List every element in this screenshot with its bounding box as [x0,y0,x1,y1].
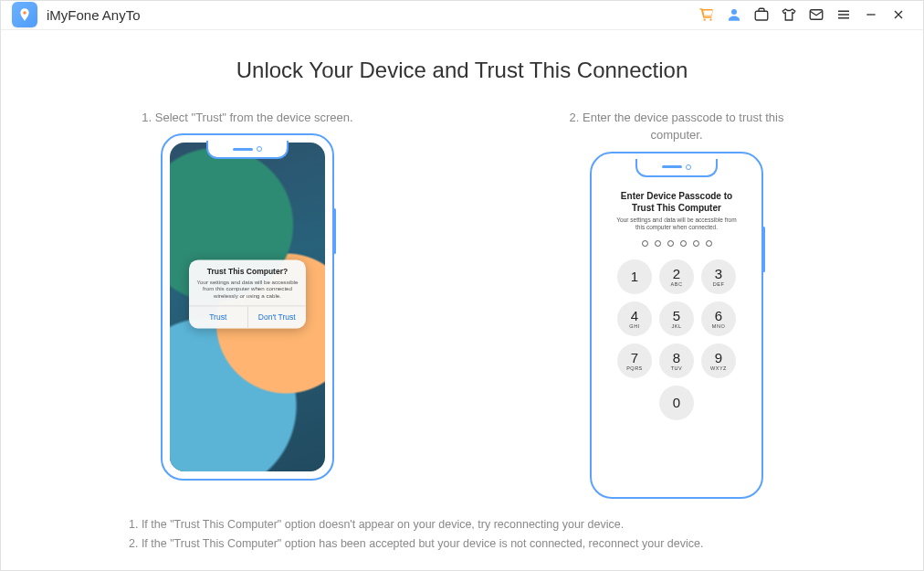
key-8[interactable]: 8TUV [659,344,694,378]
titlebar: iMyFone AnyTo [1,1,923,30]
trust-dialog: Trust This Computer? Your settings and d… [189,259,306,328]
mail-button[interactable] [803,1,830,28]
app-title: iMyFone AnyTo [47,7,141,23]
menu-button[interactable] [830,1,857,28]
steps-row: 1. Select "Trust" from the device screen… [37,109,887,499]
phone-trust: Trust This Computer? Your settings and d… [161,133,334,481]
dont-trust-button[interactable]: Don't Trust [247,306,307,328]
key-1[interactable]: 1 [617,259,652,294]
key-5[interactable]: 5JKL [659,301,694,336]
shirt-button[interactable] [775,1,803,28]
keypad: 1 2ABC 3DEF 4GHI 5JKL 6MNO 7PQRS 8TUV 9W… [617,259,736,420]
phone-screen: Trust This Computer? Your settings and d… [170,143,325,471]
step-1: 1. Select "Trust" from the device screen… [110,109,384,499]
key-9[interactable]: 9WXYZ [701,344,736,378]
passcode-dots [642,240,712,247]
passcode-subtitle: Your settings and data will be accessibl… [613,217,740,231]
note-1: 1. If the "Trust This Computer" option d… [129,515,795,534]
step-1-caption: 1. Select "Trust" from the device screen… [142,109,352,127]
step-2: 2. Enter the device passcode to trust th… [540,109,814,499]
svg-point-0 [23,12,26,15]
phone-notch-icon [206,141,289,159]
minimize-button[interactable] [857,1,885,28]
phone-passcode: Enter Device Passcode to Trust This Comp… [590,152,763,499]
svg-point-1 [731,9,737,15]
app-logo [12,2,37,27]
key-2[interactable]: 2ABC [659,259,694,294]
content-area: Unlock Your Device and Trust This Connec… [1,30,923,571]
key-7[interactable]: 7PQRS [617,344,652,378]
cart-button[interactable] [693,1,720,28]
step-2-caption: 2. Enter the device passcode to trust th… [558,109,795,144]
page-title: Unlock Your Device and Trust This Connec… [37,58,887,83]
trust-dialog-body: Your settings and data will be accessibl… [194,279,300,300]
close-button[interactable] [885,1,912,28]
key-6[interactable]: 6MNO [701,301,736,336]
key-4[interactable]: 4GHI [617,301,652,336]
passcode-screen: Enter Device Passcode to Trust This Comp… [599,161,754,490]
phone-screen: Enter Device Passcode to Trust This Comp… [599,161,754,490]
note-2: 2. If the "Trust This Computer" option h… [129,534,795,554]
svg-rect-2 [755,12,768,21]
user-button[interactable] [720,1,748,28]
notes: 1. If the "Trust This Computer" option d… [37,515,887,555]
phone-notch-icon [635,159,718,177]
app-window: iMyFone AnyTo Unlock Your Device and Tru… [0,0,924,571]
key-3[interactable]: 3DEF [701,259,736,294]
trust-dialog-title: Trust This Computer? [194,267,300,276]
passcode-title: Enter Device Passcode to Trust This Comp… [613,190,740,214]
trust-button[interactable]: Trust [189,306,247,328]
key-0[interactable]: 0 [659,386,694,420]
briefcase-button[interactable] [748,1,775,28]
